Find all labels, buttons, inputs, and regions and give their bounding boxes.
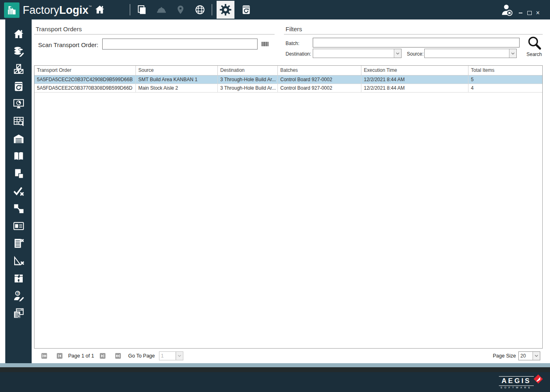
sidebar-item-damaged-package[interactable]	[5, 269, 32, 287]
sidebar-item-material-boxes[interactable]	[5, 60, 32, 78]
cell-destination: 3 Through-Hole Build Ar...	[218, 84, 278, 93]
sidebar-item-documentation-book[interactable]	[5, 147, 32, 165]
globe-icon	[194, 4, 206, 15]
destination-label: Destination:	[286, 51, 311, 57]
search-button-label: Search	[526, 52, 542, 57]
sidebar-item-verify-check[interactable]	[5, 182, 32, 200]
goto-page-select[interactable]: 1	[159, 351, 183, 360]
aegis-rule-bottom	[499, 386, 534, 386]
dashboard-monitor-icon	[13, 98, 25, 110]
cell-execution-time: 12/2/2021 8:44 AM	[361, 75, 468, 84]
transport-orders-rule	[34, 34, 275, 34]
page-size-value: 20	[519, 352, 533, 360]
scan-transport-order-label: Scan Transport Order:	[38, 41, 98, 48]
sidebar-item-production-windows[interactable]	[5, 304, 32, 322]
cell-source: Main Stock Aisle 2	[136, 84, 218, 93]
batch-input[interactable]	[313, 38, 520, 47]
search-icon	[526, 35, 542, 51]
sidebar-item-checklist-remove[interactable]	[5, 235, 32, 252]
previous-page-icon	[57, 353, 62, 359]
settings-gear-icon	[219, 3, 232, 17]
cell-batches: Control Board 927-0002	[278, 84, 361, 93]
copy-pages-button[interactable]	[135, 4, 148, 16]
sidebar-item-device-refresh[interactable]	[5, 78, 32, 95]
database-edit-icon	[13, 45, 25, 58]
page-size-label: Page Size	[493, 353, 516, 359]
sidebar-item-warehouse[interactable]	[5, 130, 32, 147]
cell-transport-order: 5A5FDA5CEE2C0B3770B308D9B599D66D	[34, 84, 136, 93]
brand-tm: ™	[88, 5, 92, 9]
user-logout-button[interactable]	[499, 4, 514, 16]
destination-value	[313, 49, 394, 58]
sidebar-item-operator-question[interactable]: ?	[5, 287, 32, 304]
title-bar: FactoryLogix™	[0, 0, 550, 19]
sidebar-item-table-search[interactable]	[5, 112, 32, 130]
sidebar-item-documents-copy[interactable]	[5, 165, 32, 182]
column-header-transport-order[interactable]: Transport Order	[34, 66, 136, 75]
destination-select[interactable]	[313, 49, 402, 58]
cell-transport-order: 5A5FDA5CEC2C0B37C42908D9B599D66B	[34, 75, 136, 84]
production-windows-icon	[13, 307, 25, 319]
minimize-button[interactable]	[517, 10, 524, 16]
next-page-button[interactable]	[100, 353, 105, 359]
factorylogix-logo	[4, 2, 19, 18]
cell-execution-time: 12/2/2021 8:44 AM	[361, 84, 468, 93]
home-button[interactable]	[94, 4, 106, 16]
check-x-icon	[13, 185, 25, 197]
first-page-button[interactable]	[41, 353, 47, 359]
aegis-rule-top	[499, 376, 534, 377]
close-icon: ×	[536, 10, 539, 16]
damaged-package-icon	[13, 272, 25, 284]
copy-pages-icon	[136, 4, 147, 15]
cell-batches: Control Board 927-0002	[278, 75, 361, 84]
table-row[interactable]: 5A5FDA5CEC2C0B37C42908D9B599D66B SMT Bui…	[34, 75, 542, 84]
chevron-down-icon	[509, 49, 516, 58]
location-pin-button[interactable]	[174, 4, 187, 16]
source-select[interactable]	[424, 49, 517, 58]
page-size-select[interactable]: 20	[518, 351, 540, 360]
column-header-batches[interactable]: Batches	[278, 66, 361, 75]
previous-page-button[interactable]	[57, 353, 62, 359]
aegis-logo: AEGIS SOFTWARE	[499, 376, 534, 389]
column-header-source[interactable]: Source	[136, 66, 218, 75]
transport-orders-title: Transport Orders	[36, 26, 82, 32]
column-header-execution-time[interactable]: Execution Time	[361, 66, 468, 75]
maximize-button[interactable]	[526, 10, 533, 16]
material-boxes-icon	[13, 63, 25, 75]
sidebar-item-id-card[interactable]	[5, 217, 32, 235]
cell-destination: 3 Through-Hole Build Ar...	[218, 75, 278, 84]
user-logout-icon	[500, 3, 513, 17]
device-refresh-icon	[13, 80, 25, 93]
column-header-total-items[interactable]: Total Items	[468, 66, 542, 75]
device-refresh-button[interactable]	[240, 4, 252, 16]
brand-wordmark: FactoryLogix™	[23, 2, 92, 18]
svg-text:?: ?	[17, 291, 19, 295]
id-card-icon	[13, 220, 25, 232]
settings-gear-button[interactable]	[217, 1, 234, 19]
minimize-icon	[519, 13, 522, 13]
sidebar-item-material-transfer[interactable]	[5, 200, 32, 217]
table-row[interactable]: 5A5FDA5CEE2C0B3770B308D9B599D66D Main St…	[34, 84, 542, 93]
page-indicator: Page 1 of 1	[68, 353, 94, 359]
hardhat-button[interactable]	[155, 4, 168, 16]
chevron-down-icon	[176, 352, 183, 360]
sidebar-item-measure-remove[interactable]	[5, 252, 32, 269]
chevron-down-icon	[394, 49, 401, 58]
first-page-icon	[41, 353, 47, 359]
home-icon	[94, 4, 105, 15]
close-button[interactable]: ×	[534, 10, 541, 16]
scan-transport-order-input[interactable]	[102, 39, 258, 50]
sidebar-item-home[interactable]	[5, 25, 32, 43]
transport-orders-table: Transport Order Source Destination Batch…	[34, 65, 543, 349]
globe-button[interactable]	[194, 4, 206, 16]
footer-bar: AEGIS SOFTWARE	[0, 372, 550, 392]
last-page-button[interactable]	[115, 353, 121, 359]
search-button[interactable]: Search	[524, 35, 544, 58]
aegis-software-text: SOFTWARE	[499, 386, 534, 389]
toolbar-divider	[212, 4, 212, 15]
table-search-icon	[13, 115, 25, 127]
sidebar-item-database-edit[interactable]	[5, 43, 32, 60]
column-header-destination[interactable]: Destination	[218, 66, 278, 75]
source-label: Source:	[407, 51, 423, 57]
sidebar-item-dashboard-monitor[interactable]	[5, 95, 32, 112]
